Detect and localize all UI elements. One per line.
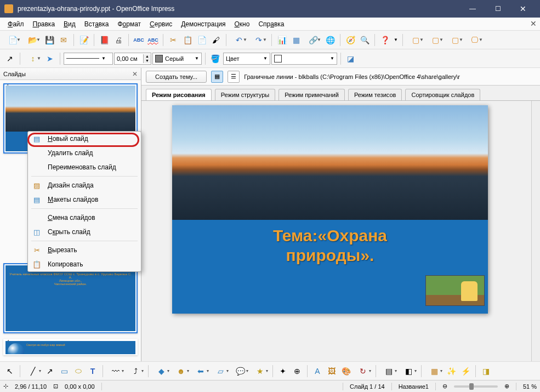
status-zoom[interactable]: 51 % — [523, 383, 537, 390]
slide-button-3[interactable]: ▢▼ — [446, 33, 464, 47]
slide-thumb-3[interactable]: АВТОР: Учитель начальных классов ФМОУ СО… — [3, 263, 138, 333]
arrow-style-button[interactable]: ↕▼ — [24, 52, 42, 65]
menu-insert[interactable]: Вставка — [80, 19, 113, 29]
open-button[interactable]: 📂▼ — [23, 33, 42, 47]
chart-button[interactable]: 📊 — [275, 33, 288, 47]
animation-tool[interactable]: ✨ — [445, 365, 458, 378]
link-button[interactable]: 🌐 — [323, 33, 337, 47]
rotate-tool[interactable]: ↻▾ — [354, 365, 372, 378]
redo-button[interactable]: ↷▼ — [249, 33, 268, 47]
ctx-slide-design[interactable]: ▨ Дизайн слайда — [28, 178, 141, 192]
area-button[interactable]: 🪣 — [209, 52, 222, 65]
menu-view[interactable]: Вид — [59, 19, 80, 29]
ctx-rename-slide[interactable]: Переименовать слайд — [28, 160, 141, 174]
interaction-tool[interactable]: ⚡ — [459, 365, 472, 378]
cut-button[interactable]: ✂ — [167, 33, 180, 47]
points-tool[interactable]: ✦ — [276, 365, 289, 378]
menu-help[interactable]: Справка — [254, 19, 288, 29]
export-pdf-button[interactable]: 📕 — [98, 33, 111, 47]
autospell-button[interactable]: ABC — [146, 33, 160, 47]
slide-button-1[interactable]: ▢▼ — [406, 33, 425, 47]
new-document-button[interactable]: 📄▼ — [3, 33, 22, 47]
paste-button[interactable]: 📄 — [195, 33, 208, 47]
line-width-field[interactable]: ▲▼ — [114, 53, 151, 65]
close-button[interactable]: ✕ — [510, 0, 536, 18]
tab-drawing[interactable]: Режим рисования — [146, 89, 212, 100]
arrange-tool[interactable]: ◧▾ — [399, 365, 418, 378]
edit-button[interactable]: 📝 — [77, 33, 90, 47]
theme-view-list-button[interactable]: ☰ — [228, 71, 240, 83]
copy-button[interactable]: 📋 — [181, 33, 194, 47]
from-file-tool[interactable]: 🖼 — [325, 365, 338, 378]
menu-format[interactable]: Формат — [113, 19, 145, 29]
tab-notes[interactable]: Режим примечаний — [278, 89, 345, 100]
ctx-new-slide[interactable]: ▤ Новый слайд — [28, 132, 141, 146]
ctx-copy[interactable]: 📋 Копировать — [28, 257, 141, 271]
ctx-delete-slide[interactable]: Удалить слайд — [28, 146, 141, 160]
slide-canvas[interactable]: Тема:«Охрана природы». — [172, 105, 488, 314]
minimize-button[interactable]: — — [460, 0, 485, 18]
block-arrows-tool[interactable]: ⬅▾ — [191, 365, 210, 378]
fontwork-tool[interactable]: A — [311, 365, 324, 378]
hyperlink-button[interactable]: 🔗▼ — [304, 33, 322, 47]
zoom-in-button[interactable]: ⊕ — [504, 383, 509, 390]
line-tool[interactable]: ╱▾ — [24, 365, 42, 378]
menu-file[interactable]: Файл — [3, 19, 29, 29]
line-width-input[interactable] — [115, 55, 143, 62]
help-dropdown[interactable]: ▼ — [393, 33, 399, 47]
menu-edit[interactable]: Правка — [29, 19, 60, 29]
email-button[interactable]: ✉ — [57, 33, 70, 47]
theme-view-icons-button[interactable]: ▦ — [211, 71, 223, 83]
symbol-shapes-tool[interactable]: ☻▾ — [172, 365, 190, 378]
tab-handout[interactable]: Режим тезисов — [348, 89, 402, 100]
format-paintbrush-button[interactable]: 🖌 — [209, 33, 223, 47]
callout-tool[interactable]: 💬▾ — [231, 365, 249, 378]
menu-slideshow[interactable]: Демонстрация — [177, 19, 230, 29]
print-button[interactable]: 🖨 — [112, 33, 125, 47]
slide-thumb-4[interactable]: 4 Смотри на глобус-шар земной — [3, 339, 138, 355]
maximize-button[interactable]: ☐ — [485, 0, 510, 18]
shadow-button[interactable]: ◪ — [344, 52, 357, 65]
line-style-combo[interactable]: ▼ — [64, 53, 113, 65]
align-tool[interactable]: ▤▾ — [379, 365, 398, 378]
menu-window[interactable]: Окно — [230, 19, 254, 29]
slide-panel-close-button[interactable]: ✕ — [132, 70, 138, 78]
flowchart-tool[interactable]: ▱▾ — [211, 365, 230, 378]
fill-type-combo[interactable]: Цвет ▼ — [223, 53, 270, 65]
zoom-slider[interactable] — [454, 385, 498, 388]
tab-outline[interactable]: Режим структуры — [215, 89, 276, 100]
navigator-button[interactable]: 🧭 — [344, 33, 357, 47]
arrow-end-button[interactable]: ➤ — [43, 52, 56, 65]
fill-color-combo[interactable]: ▼ — [271, 53, 337, 65]
slideshow-button[interactable]: 🖵▼ — [465, 33, 484, 47]
line-props-button[interactable]: ↗ — [3, 52, 16, 65]
create-theme-button[interactable]: Создать тему... — [146, 71, 207, 83]
help-button[interactable]: ❓ — [378, 33, 391, 47]
ellipse-tool[interactable]: ⬭ — [72, 365, 85, 378]
line-color-combo[interactable]: Серый ▼ — [152, 53, 202, 65]
undo-button[interactable]: ↶▼ — [230, 33, 248, 47]
zoom-button[interactable]: 🔍 — [358, 33, 371, 47]
text-tool[interactable]: T — [86, 365, 99, 378]
arrow-tool[interactable]: ↗ — [43, 365, 56, 378]
vertical-scrollbar[interactable] — [531, 101, 540, 361]
document-close-button[interactable]: ✕ — [530, 19, 537, 28]
spin-down[interactable]: ▼ — [143, 59, 151, 63]
save-button[interactable]: 💾 — [43, 33, 56, 47]
ctx-slide-transition[interactable]: Смена слайдов — [28, 211, 141, 225]
spin-up[interactable]: ▲ — [143, 54, 151, 59]
slide-button-2[interactable]: ▢▼ — [426, 33, 445, 47]
zoom-out-button[interactable]: ⊖ — [442, 383, 447, 390]
ctx-slide-layouts[interactable]: ▤ Макеты слайдов — [28, 192, 141, 207]
extrusion-tool[interactable]: ◨ — [479, 365, 492, 378]
insert-tool[interactable]: ▦▾ — [425, 365, 444, 378]
menu-tools[interactable]: Сервис — [145, 19, 177, 29]
spellcheck-button[interactable]: ABC — [132, 33, 145, 47]
ctx-cut[interactable]: ✂ Вырезать — [28, 243, 141, 257]
connector-tool[interactable]: ⤴▾ — [126, 365, 145, 378]
stars-tool[interactable]: ★▾ — [251, 365, 269, 378]
basic-shapes-tool[interactable]: ◆▾ — [152, 365, 170, 378]
glue-tool[interactable]: ⊕ — [291, 365, 304, 378]
curve-tool[interactable]: 〰▾ — [106, 365, 125, 378]
tab-sorter[interactable]: Сортировщик слайдов — [405, 89, 480, 100]
